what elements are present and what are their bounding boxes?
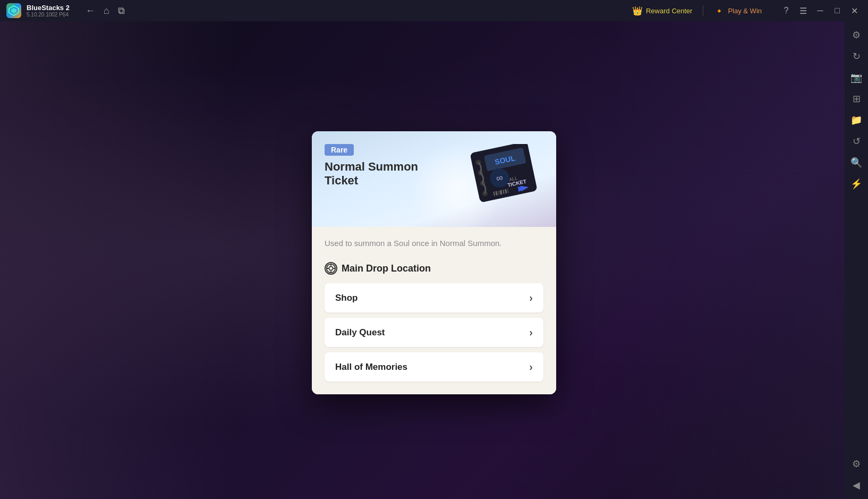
- bluestacks-logo: [6, 3, 21, 18]
- titlebar-left: BlueStacks 2 5.10.20.1002 P64 ← ⌂ ⧉: [6, 3, 125, 18]
- app-name: BlueStacks 2: [27, 4, 70, 12]
- sidebar-refresh-icon[interactable]: ↻: [847, 47, 866, 66]
- svg-marker-1: [11, 8, 16, 13]
- trophy-icon: 🔸: [714, 6, 725, 16]
- minimize-button[interactable]: ─: [813, 3, 828, 18]
- daily-quest-chevron-icon: ›: [529, 326, 533, 339]
- item-info: Rare Normal Summon Ticket: [325, 144, 418, 188]
- daily-quest-label: Daily Quest: [335, 327, 385, 338]
- location-item-hall-of-memories[interactable]: Hall of Memories ›: [325, 352, 543, 382]
- home-button[interactable]: ⌂: [104, 5, 109, 16]
- maximize-button[interactable]: □: [830, 3, 845, 18]
- sidebar-rotate-icon[interactable]: ↺: [847, 132, 866, 151]
- modal-header: Rare Normal Summon Ticket SOUL: [312, 131, 556, 227]
- crown-icon: 👑: [632, 6, 643, 16]
- titlebar: BlueStacks 2 5.10.20.1002 P64 ← ⌂ ⧉ 👑 Re…: [0, 0, 868, 21]
- drop-location-title: Main Drop Location: [342, 263, 431, 274]
- titlebar-divider: [703, 5, 703, 16]
- ticket-illustration: SOUL ∞ ALL TICKET: [469, 144, 543, 213]
- item-name-line1: Normal Summon: [325, 160, 418, 173]
- titlebar-right: 👑 Reward Center 🔸 Play & Win ? ☰ ─ □ ✕: [628, 3, 862, 18]
- shop-label: Shop: [335, 293, 358, 303]
- window-controls: ? ☰ ─ □ ✕: [779, 3, 862, 18]
- hall-of-memories-label: Hall of Memories: [335, 362, 407, 373]
- location-list: Shop › Daily Quest › Hall of Memories ›: [325, 283, 543, 382]
- menu-button[interactable]: ☰: [796, 3, 811, 18]
- play-win-button[interactable]: 🔸 Play & Win: [710, 4, 766, 18]
- back-button[interactable]: ←: [86, 5, 95, 16]
- sidebar-screenshot-icon[interactable]: 📷: [847, 68, 866, 87]
- app-version: 5.10.20.1002 P64: [27, 12, 70, 18]
- location-item-shop[interactable]: Shop ›: [325, 283, 543, 312]
- sidebar-settings2-icon[interactable]: ⚙: [847, 454, 866, 473]
- help-button[interactable]: ?: [779, 3, 794, 18]
- sidebar-performance-icon[interactable]: ⚡: [847, 174, 866, 193]
- right-sidebar: ⚙ ↻ 📷 ⊞ 📁 ↺ 🔍 ⚡ ⚙ ◀: [845, 21, 868, 499]
- sidebar-folder-icon[interactable]: 📁: [847, 111, 866, 130]
- item-name-line2: Ticket: [325, 174, 358, 187]
- drop-location-header: Main Drop Location: [325, 262, 543, 275]
- play-win-label: Play & Win: [728, 7, 762, 15]
- close-button[interactable]: ✕: [847, 3, 862, 18]
- sidebar-grid-icon[interactable]: ⊞: [847, 89, 866, 108]
- reward-center-label: Reward Center: [646, 7, 692, 15]
- titlebar-nav: ← ⌂ ⧉: [86, 5, 125, 16]
- svg-point-23: [329, 266, 333, 270]
- item-detail-modal: Rare Normal Summon Ticket SOUL: [312, 131, 556, 395]
- modal-body: Used to summon a Soul once in Normal Sum…: [312, 227, 556, 395]
- reward-center-button[interactable]: 👑 Reward Center: [628, 4, 696, 18]
- item-description: Used to summon a Soul once in Normal Sum…: [325, 238, 543, 250]
- tabs-button[interactable]: ⧉: [118, 5, 125, 16]
- sidebar-settings-icon[interactable]: ⚙: [847, 26, 866, 45]
- shop-chevron-icon: ›: [529, 292, 533, 304]
- drop-location-icon: [325, 262, 337, 275]
- sidebar-collapse-icon[interactable]: ◀: [847, 476, 866, 495]
- app-title-block: BlueStacks 2 5.10.20.1002 P64: [27, 4, 70, 18]
- item-name: Normal Summon Ticket: [325, 160, 418, 188]
- hall-of-memories-chevron-icon: ›: [529, 361, 533, 373]
- location-item-daily-quest[interactable]: Daily Quest ›: [325, 318, 543, 347]
- rarity-badge: Rare: [325, 144, 354, 156]
- sidebar-search-icon[interactable]: 🔍: [847, 153, 866, 172]
